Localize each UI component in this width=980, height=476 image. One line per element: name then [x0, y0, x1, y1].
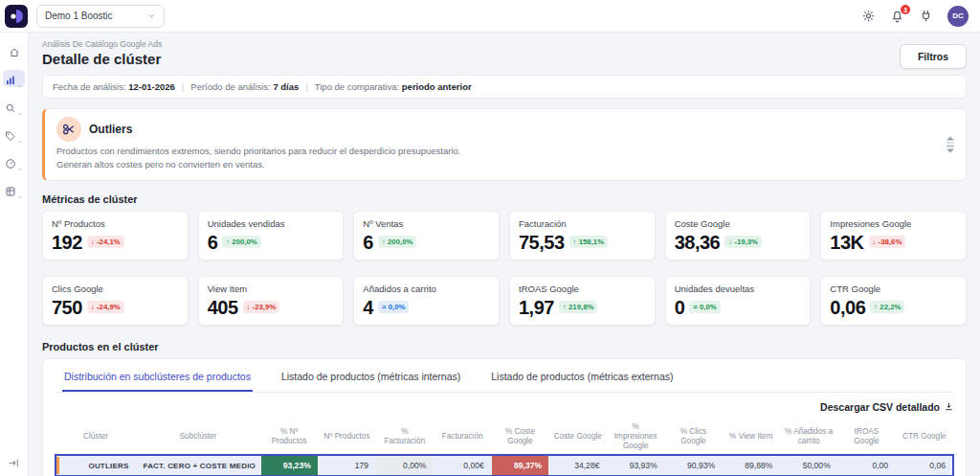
column-header[interactable]: % View Item — [723, 419, 780, 456]
column-header[interactable]: % Añadidos a carrito — [780, 419, 837, 456]
metric-delta-badge: = 0,0% — [689, 301, 721, 313]
column-header[interactable]: Clúster — [56, 419, 136, 456]
step-up-icon[interactable] — [947, 136, 954, 140]
info-item: Período de análisis: 7 días — [190, 81, 299, 92]
table-cell: OUTLIERS — [56, 455, 136, 476]
up-arrow-icon: ↑ — [563, 303, 567, 311]
table-cell: 89,88% — [723, 455, 780, 476]
column-header[interactable]: % Coste Google — [491, 419, 548, 456]
sidebar-item-analytics[interactable] — [3, 70, 25, 87]
sidebar-item-gauge[interactable] — [3, 153, 25, 170]
metric-value: 6 — [363, 233, 373, 252]
metric-value: 192 — [52, 233, 82, 252]
column-header[interactable]: Nº Productos — [318, 419, 375, 456]
tab-products-external[interactable]: Listado de productos (métricas externas) — [489, 367, 675, 392]
download-csv-link[interactable]: Descargar CSV detallado — [55, 401, 954, 413]
metric-value: 13K — [830, 233, 863, 252]
app-logo-icon[interactable] — [5, 5, 28, 28]
products-card: Distribución en subclústeres de producto… — [42, 358, 967, 476]
column-header[interactable]: Subclúster — [136, 419, 260, 456]
metric-label: Unidades vendidas — [208, 218, 335, 229]
metric-card: Nº Productos192↓ -24,1% — [42, 211, 189, 261]
cluster-stepper[interactable] — [947, 136, 954, 152]
metric-card: tROAS Google1,97↑ 219,8% — [509, 276, 656, 326]
sidebar-item-grid[interactable] — [3, 181, 25, 198]
notifications-bell-icon[interactable]: 3 — [890, 9, 904, 23]
topbar-actions: 3 DC — [861, 6, 980, 27]
down-arrow-icon: ↓ — [91, 238, 95, 246]
metric-value: 1,97 — [519, 298, 554, 317]
down-arrow-icon: ↓ — [91, 303, 95, 311]
down-arrow-icon: ↓ — [873, 238, 877, 246]
metric-card: Coste Google38,36↓ -19,3% — [665, 211, 812, 261]
metric-value: 6 — [208, 233, 218, 252]
column-header[interactable]: % Impresiones Google — [607, 419, 664, 456]
stepper-bar — [947, 146, 954, 147]
metric-label: Impresiones Google — [830, 218, 957, 229]
cluster-name: Outliers — [89, 123, 132, 136]
info-label: Fecha de análisis: — [53, 81, 126, 92]
metric-delta-badge: ↓ -19,3% — [724, 236, 762, 248]
notification-count-badge: 3 — [901, 5, 910, 14]
metric-card: Nº Ventas6↑ 200,0% — [353, 211, 500, 261]
main-content: Análisis De Catálogo Google Ads Detalle … — [29, 33, 980, 476]
column-header[interactable]: % Clics Google — [664, 419, 722, 456]
metric-label: Nº Ventas — [363, 218, 490, 229]
grid-icon — [5, 184, 16, 195]
step-down-icon[interactable] — [947, 148, 954, 152]
metric-card: Unidades vendidas6↑ 200,0% — [198, 211, 345, 261]
user-avatar[interactable]: DC — [947, 6, 969, 27]
metric-card: Clics Google750↓ -24,9% — [42, 276, 189, 326]
info-separator: | — [182, 81, 184, 92]
metric-card: Impresiones Google13K↓ -38,6% — [820, 211, 967, 261]
info-value: periodo anterior — [402, 81, 472, 92]
column-header[interactable]: tROAS Google — [837, 419, 895, 456]
sidebar-item-home[interactable] — [7, 42, 22, 59]
sidebar-collapse-icon[interactable] — [8, 456, 20, 468]
subclusters-table: ClústerSubclúster% Nº ProductosNº Produc… — [55, 419, 954, 476]
sidebar-item-search[interactable] — [3, 98, 25, 115]
tab-products-internal[interactable]: Listado de productos (métricas internas) — [279, 367, 462, 392]
table-row[interactable]: OUTLIERSFACT. CERO + COSTE MEDIO93,23%17… — [56, 455, 953, 476]
cluster-description-line2: Generan altos costes pero no convierten … — [56, 159, 933, 171]
metric-delta-badge: ↓ -23,9% — [243, 301, 280, 313]
products-tabs: Distribución en subclústeres de producto… — [55, 367, 954, 393]
info-item: Fecha de análisis: 12-01-2026 — [53, 81, 175, 92]
stepper-bar — [947, 142, 954, 144]
workspace-select-value: Demo 1 Boostic — [45, 11, 113, 21]
metric-card: CTR Google0,06↑ 22,2% — [820, 276, 967, 326]
metric-delta-badge: = 0,0% — [378, 301, 410, 313]
sidebar-item-tag[interactable] — [3, 125, 25, 143]
metric-label: Nº Productos — [52, 218, 179, 229]
metric-delta-badge: ↑ 158,1% — [569, 236, 609, 248]
table-cell: 34,28€ — [549, 455, 607, 476]
metric-delta-badge: ↑ 22,2% — [870, 301, 904, 313]
metric-value: 405 — [208, 298, 238, 317]
chevron-down-icon — [17, 159, 23, 165]
table-cell: 0,00€ — [434, 455, 491, 476]
table-cell: 50,00% — [780, 455, 837, 476]
metric-card: Unidades devueltas0= 0,0% — [665, 276, 812, 326]
column-header[interactable]: % Nº Productos — [260, 419, 318, 456]
info-label: Período de análisis: — [190, 81, 270, 92]
column-header[interactable]: % Facturación — [376, 419, 434, 456]
info-separator: | — [305, 81, 307, 92]
metric-delta-badge: ↑ 200,0% — [378, 236, 417, 248]
metric-value: 4 — [363, 298, 373, 317]
tab-subclusters[interactable]: Distribución en subclústeres de producto… — [62, 367, 253, 392]
info-value: 7 días — [273, 81, 299, 92]
workspace-select[interactable]: Demo 1 Boostic — [36, 5, 165, 28]
column-header[interactable]: CTR Google — [896, 419, 953, 456]
metric-label: Unidades devueltas — [675, 283, 802, 294]
column-header[interactable]: Facturación — [434, 419, 491, 456]
table-cell: 93,93% — [607, 455, 664, 476]
settings-gear-icon[interactable] — [861, 9, 876, 23]
chevron-down-icon — [17, 103, 23, 109]
up-arrow-icon: ↑ — [226, 238, 230, 246]
integrations-plug-icon[interactable] — [919, 9, 933, 23]
table-cell: FACT. CERO + COSTE MEDIO — [136, 455, 260, 476]
filters-button[interactable]: Filtros — [900, 44, 967, 69]
home-icon — [9, 45, 20, 57]
column-header[interactable]: Coste Google — [549, 419, 607, 456]
metric-card: View Item405↓ -23,9% — [198, 276, 345, 326]
